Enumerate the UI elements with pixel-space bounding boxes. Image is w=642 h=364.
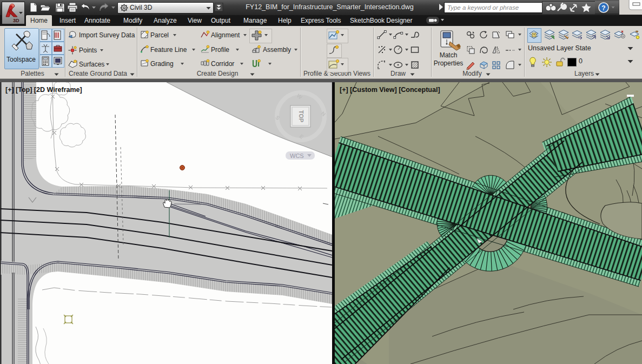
svg-text:[+] [Top] [2D Wireframe]: [+] [Top] [2D Wireframe] [5,86,82,94]
svg-text:3D: 3D [13,18,19,23]
svg-text:[+] [Custom View] [Conceptual]: [+] [Custom View] [Conceptual] [340,86,440,94]
svg-text:TOP: TOP [298,110,305,122]
svg-text:?: ? [601,4,605,12]
svg-text:WCS: WCS [290,153,304,159]
